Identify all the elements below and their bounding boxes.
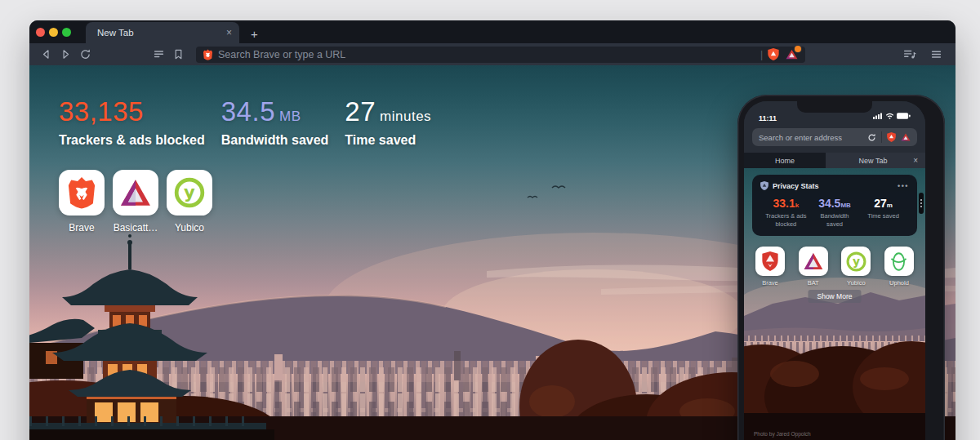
bird-icon bbox=[552, 186, 565, 188]
shortcut-bat[interactable]: Basicatt… bbox=[113, 170, 158, 233]
minimize-window-button[interactable] bbox=[49, 28, 58, 37]
phone-shortcut-brave[interactable]: Brave bbox=[755, 247, 786, 287]
svg-text:y: y bbox=[853, 255, 860, 268]
urlbar-divider: | bbox=[760, 49, 763, 60]
svg-text:y: y bbox=[184, 182, 195, 202]
privacy-card-menu-icon[interactable]: ••• bbox=[898, 182, 909, 190]
brave-shields-icon[interactable] bbox=[768, 48, 779, 60]
bat-logo-icon[interactable] bbox=[799, 247, 828, 276]
tab-new-tab[interactable]: New Tab × bbox=[86, 22, 239, 43]
time-value: 27 bbox=[345, 96, 376, 127]
brave-rewards-icon[interactable] bbox=[784, 47, 799, 62]
brave-shield-logo-icon[interactable] bbox=[755, 247, 785, 276]
toolbar: Search Brave or type a URL | bbox=[29, 43, 956, 65]
bandwidth-label: Bandwidth saved bbox=[221, 133, 329, 148]
new-tab-button[interactable]: + bbox=[251, 28, 258, 40]
phone-top-sites: Brave BAT y Yubico bbox=[744, 247, 925, 287]
cellular-signal-icon bbox=[873, 108, 883, 122]
phone-address-bar[interactable]: Search or enter address bbox=[752, 128, 917, 146]
yubico-logo-icon[interactable]: y bbox=[841, 247, 871, 276]
close-window-button[interactable] bbox=[36, 28, 45, 37]
phone-mockup: 11:11 Search or enter address bbox=[737, 95, 945, 440]
brave-logo-icon[interactable] bbox=[59, 170, 105, 216]
forward-button[interactable] bbox=[57, 47, 74, 63]
bat-logo-icon[interactable] bbox=[113, 170, 158, 216]
menu-icon[interactable] bbox=[928, 47, 944, 63]
battery-icon bbox=[897, 108, 911, 122]
phone-rewards-icon[interactable] bbox=[901, 133, 911, 141]
stat-bandwidth-saved: 34.5MB Bandwidth saved bbox=[221, 98, 329, 148]
url-bar[interactable]: Search Brave or type a URL | bbox=[196, 47, 805, 63]
uphold-logo-icon[interactable] bbox=[884, 247, 914, 276]
phone-reload-icon[interactable] bbox=[867, 133, 876, 142]
brave-logo-icon bbox=[203, 49, 213, 60]
wifi-icon bbox=[885, 108, 894, 122]
phone-scroll-indicator[interactable] bbox=[919, 193, 924, 214]
privacy-shield-icon bbox=[760, 181, 768, 190]
reading-list-icon[interactable] bbox=[150, 47, 167, 63]
stat-trackers-blocked: 33,135 Trackers & ads blocked bbox=[59, 98, 205, 148]
trackers-value: 33,135 bbox=[59, 96, 144, 127]
zoom-window-button[interactable] bbox=[62, 28, 71, 37]
tab-bar: New Tab × + bbox=[29, 20, 956, 43]
phone-tab-home[interactable]: Home bbox=[744, 153, 826, 168]
phone-new-tab-page: Privacy Stats ••• 33.1k Trackers & adsbl… bbox=[744, 168, 925, 440]
phone-shields-icon[interactable] bbox=[887, 132, 896, 142]
privacy-stats-row: 33,135 Trackers & ads blocked 34.5MB Ban… bbox=[59, 98, 431, 148]
top-sites: Brave Basicatt… y Yubico bbox=[59, 170, 212, 233]
time-label: Time saved bbox=[345, 133, 431, 148]
bandwidth-value: 34.5 bbox=[221, 96, 275, 127]
trackers-label: Trackers & ads blocked bbox=[59, 133, 205, 148]
phone-shortcut-yubico[interactable]: y Yubico bbox=[840, 247, 871, 287]
browser-window: New Tab × + Search Brave or type a URL | bbox=[29, 20, 956, 440]
phone-address-row: Search or enter address bbox=[744, 125, 925, 153]
phone-tab-close-icon[interactable]: × bbox=[913, 156, 918, 165]
phone-tab-new-tab[interactable]: New Tab × bbox=[826, 153, 925, 168]
phone-shortcut-bat[interactable]: BAT bbox=[798, 247, 829, 287]
phone-privacy-stats-card: Privacy Stats ••• 33.1k Trackers & adsbl… bbox=[752, 175, 917, 236]
url-input[interactable]: Search Brave or type a URL bbox=[218, 49, 755, 60]
tab-close-icon[interactable]: × bbox=[226, 27, 232, 38]
phone-stat-time: 27m Time saved bbox=[859, 198, 907, 229]
tab-title: New Tab bbox=[97, 28, 226, 38]
phone-stat-bandwidth: 34.5MB Bandwidthsaved bbox=[811, 198, 859, 229]
playlist-icon[interactable] bbox=[902, 47, 918, 63]
new-tab-page: 33,135 Trackers & ads blocked 34.5MB Ban… bbox=[29, 65, 956, 440]
phone-url-input[interactable]: Search or enter address bbox=[759, 133, 862, 142]
phone-screen: 11:11 Search or enter address bbox=[744, 101, 925, 440]
bird-icon bbox=[528, 197, 537, 198]
bookmark-icon[interactable] bbox=[170, 47, 186, 63]
yubico-logo-icon[interactable]: y bbox=[167, 170, 212, 216]
show-more-button[interactable]: Show More bbox=[808, 290, 862, 303]
phone-pill-divider bbox=[881, 131, 882, 143]
rewards-notification-badge bbox=[795, 46, 801, 52]
photo-credit: Photo by Jared Oppolch bbox=[754, 431, 811, 437]
phone-notch bbox=[797, 101, 872, 113]
phone-clock: 11:11 bbox=[759, 114, 777, 122]
shortcut-brave[interactable]: Brave bbox=[59, 170, 105, 233]
back-button[interactable] bbox=[38, 47, 54, 63]
shortcut-yubico[interactable]: y Yubico bbox=[167, 170, 212, 233]
phone-tab-strip: Home New Tab × bbox=[744, 153, 925, 168]
stat-time-saved: 27minutes Time saved bbox=[345, 98, 431, 148]
toolbar-right-icons bbox=[902, 47, 947, 63]
phone-shortcut-uphold[interactable]: Uphold bbox=[884, 247, 915, 287]
reload-button[interactable] bbox=[77, 47, 93, 63]
phone-stat-trackers: 33.1k Trackers & adsblocked bbox=[762, 198, 810, 229]
privacy-card-title: Privacy Stats bbox=[773, 182, 819, 190]
window-controls bbox=[29, 20, 76, 43]
